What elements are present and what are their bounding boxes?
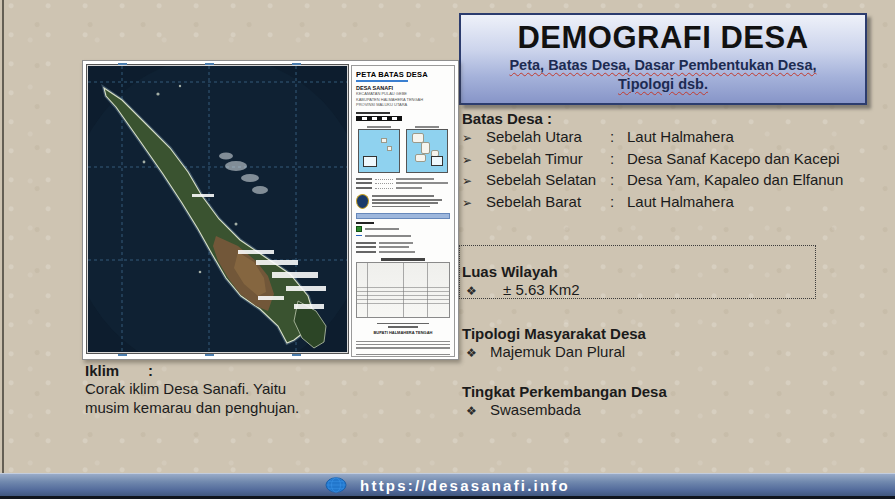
tipologi-row: ❖ Majemuk Dan Plural	[462, 342, 874, 363]
page-subtitle-line1: Peta, Batas Desa, Dasar Pembentukan Desa…	[509, 56, 816, 75]
iklim-heading: Iklim	[85, 362, 148, 380]
panel-district: KECAMATAN PULAU GEBE	[356, 92, 450, 97]
panel-legend	[356, 222, 450, 237]
boundary-value: Desa Yam, Kapaleo dan Elfanun	[627, 170, 843, 190]
colon-separator: :	[610, 127, 627, 147]
inset-map-right	[406, 126, 448, 173]
panel-inset-maps	[358, 126, 448, 173]
boundary-label: Sebelah Barat	[486, 192, 610, 212]
panel-notes	[356, 341, 450, 357]
coordinate-table	[356, 262, 450, 318]
batas-desa-heading: Batas Desa :	[462, 110, 874, 127]
map-figure: PETA BATAS DESA DESA SANAFI KECAMATAN PU…	[82, 60, 459, 360]
map-legend-panel: PETA BATAS DESA DESA SANAFI KECAMATAN PU…	[351, 65, 455, 357]
panel-scale-bar	[356, 112, 450, 121]
coordinate-table-title	[381, 258, 425, 261]
map-tick	[292, 63, 301, 65]
map-tick	[292, 354, 301, 356]
iklim-block: Iklim : Corak iklim Desa Sanafi. Yaitu m…	[85, 362, 425, 417]
arrow-bullet-icon: ➢	[462, 129, 486, 149]
arrow-bullet-icon: ➢	[462, 172, 486, 192]
panel-emblem-block	[356, 194, 450, 209]
panel-subtitle-line	[356, 80, 408, 82]
panel-province: PROVINSI MALUKU UTARA	[356, 103, 450, 108]
map-tick	[118, 63, 127, 65]
title-box: DEMOGRAFI DESA Peta, Batas Desa, Dasar P…	[459, 13, 867, 105]
regency-emblem-icon	[356, 194, 369, 209]
iklim-line1: Corak iklim Desa Sanafi. Yaitu	[85, 380, 425, 398]
inset-map-left	[358, 126, 400, 173]
slide-left-edge	[2, 0, 4, 499]
panel-signature-block	[352, 323, 454, 328]
panel-signatory: BUPATI HALMAHERA TENGAH	[352, 330, 454, 335]
globe-icon	[325, 477, 347, 493]
colon-separator: :	[610, 170, 627, 190]
boundary-value: Desa Sanaf Kacepo dan Kacepi	[627, 149, 840, 169]
boundary-value: Laut Halmahera	[627, 127, 734, 147]
legend-line-swatch	[356, 235, 362, 237]
footer-bar: https://desasanafi.info	[0, 473, 895, 499]
tipologi-value: Majemuk Dan Plural	[490, 342, 625, 362]
page-subtitle-line2: Tipologi dsb.	[618, 75, 708, 94]
right-column: Batas Desa : ➢ Sebelah Utara : Laut Halm…	[462, 110, 874, 421]
perkembangan-row: ❖ Swasembada	[462, 400, 874, 421]
island-map-graphic	[88, 66, 347, 352]
batas-desa-row-selatan: ➢ Sebelah Selatan : Desa Yam, Kapaleo da…	[462, 170, 874, 192]
boundary-label: Sebelah Selatan	[486, 170, 610, 190]
panel-meta-rows	[356, 242, 450, 253]
perkembangan-value: Swasembada	[490, 400, 581, 420]
panel-blue-bar	[356, 213, 450, 219]
panel-title: PETA BATAS DESA	[356, 70, 451, 79]
batas-desa-row-timur: ➢ Sebelah Timur : Desa Sanaf Kacepo dan …	[462, 149, 874, 171]
boundary-value: Laut Halmahera	[627, 192, 734, 212]
panel-info-rows	[356, 178, 450, 189]
map-tick	[205, 354, 214, 356]
map-tick	[118, 354, 127, 356]
batas-desa-row-utara: ➢ Sebelah Utara : Laut Halmahera	[462, 127, 874, 149]
boundary-label: Sebelah Utara	[486, 127, 610, 147]
diamond-bullet-icon: ❖	[462, 343, 490, 363]
footer-url-link[interactable]: https://desasanafi.info	[360, 477, 570, 494]
tipologi-heading: Tipologi Masyarakat Desa	[462, 325, 874, 342]
slide: DEMOGRAFI DESA Peta, Batas Desa, Dasar P…	[0, 0, 895, 499]
luas-wilayah-row: ❖ ± 5.63 Km2	[462, 280, 874, 301]
colon-separator: :	[148, 362, 153, 380]
satellite-map	[87, 65, 348, 353]
diamond-bullet-icon: ❖	[462, 281, 490, 301]
luas-wilayah-heading: Luas Wilayah	[462, 263, 874, 280]
colon-separator: :	[610, 192, 627, 212]
arrow-bullet-icon: ➢	[462, 151, 486, 171]
diamond-bullet-icon: ❖	[462, 401, 490, 421]
arrow-bullet-icon: ➢	[462, 194, 486, 214]
boundary-label: Sebelah Timur	[486, 149, 610, 169]
legend-green-swatch	[356, 226, 362, 232]
batas-desa-row-barat: ➢ Sebelah Barat : Laut Halmahera	[462, 192, 874, 214]
page-title: DEMOGRAFI DESA	[517, 20, 808, 56]
map-tick	[205, 63, 214, 65]
luas-wilayah-value: ± 5.63 Km2	[490, 280, 580, 300]
iklim-line2: musim kemarau dan penghujan.	[85, 399, 425, 417]
colon-separator: :	[610, 149, 627, 169]
perkembangan-heading: Tingkat Perkembangan Desa	[462, 383, 874, 400]
